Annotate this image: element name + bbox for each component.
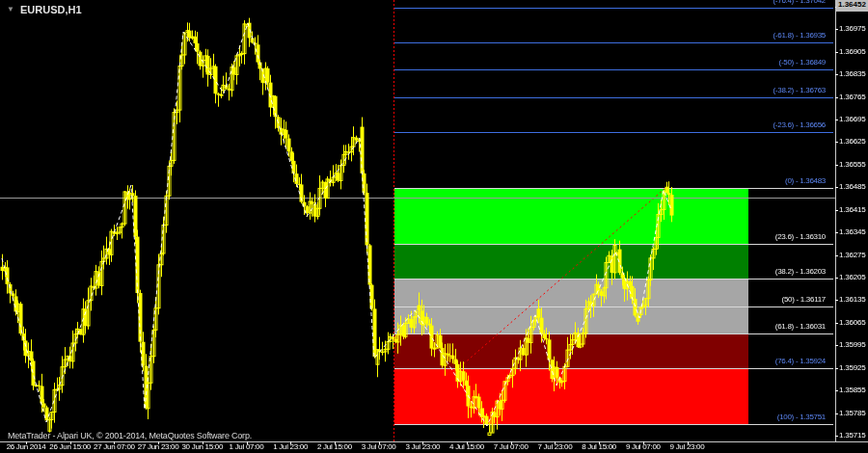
time-axis-label: 7 Jul 07:00 bbox=[494, 443, 529, 451]
time-axis-label: 30 Jun 15:00 bbox=[181, 443, 223, 451]
fib-level-label: (-76.4) - 1.37042 bbox=[773, 0, 827, 5]
time-axis-label: 9 Jul 23:00 bbox=[670, 443, 705, 451]
price-axis-label: 1.36695 bbox=[839, 116, 866, 123]
time-axis-label: 8 Jul 15:00 bbox=[582, 443, 616, 451]
price-axis-label: 1.35785 bbox=[839, 410, 866, 417]
price-axis-label: 1.36765 bbox=[839, 93, 866, 101]
price-axis-label: 1.36905 bbox=[839, 48, 866, 56]
price-axis-label: 1.36625 bbox=[839, 138, 866, 146]
price-chart-canvas[interactable] bbox=[0, 0, 868, 453]
fib-level-label: (100) - 1.35751 bbox=[777, 413, 826, 421]
price-axis-label: 1.35995 bbox=[839, 341, 866, 349]
mt4-chart-window: ▼ EURUSD,H1 MetaTrader - Alpari UK, © 20… bbox=[0, 0, 868, 453]
symbol-dropdown-icon: ▼ bbox=[7, 6, 14, 13]
time-axis-label: 4 Jul 15:00 bbox=[449, 443, 484, 451]
fib-level-label: (-23.6) - 1.36656 bbox=[773, 121, 827, 129]
price-axis-label: 1.35715 bbox=[839, 432, 866, 440]
time-axis-label: 26 Jun 2014 bbox=[7, 443, 46, 451]
price-axis-label: 1.36275 bbox=[839, 252, 866, 259]
price-axis-label: 1.36975 bbox=[839, 25, 866, 33]
fib-level-label: (61.8) - 1.36031 bbox=[775, 323, 826, 331]
price-axis-label: 1.36835 bbox=[839, 70, 866, 78]
time-axis-label: 3 Jul 07:00 bbox=[362, 443, 396, 451]
time-axis-label: 27 Jun 07:00 bbox=[94, 443, 135, 451]
fib-level-label: (50) - 1.36117 bbox=[782, 296, 826, 304]
fib-level-label: (-61.8) - 1.36935 bbox=[773, 32, 827, 40]
time-axis-label: 1 Jul 07:00 bbox=[230, 443, 264, 451]
price-axis-label: 1.36415 bbox=[839, 206, 866, 214]
price-axis-label: 1.36135 bbox=[839, 296, 866, 304]
fib-level-label: (0) - 1.36483 bbox=[785, 177, 826, 185]
fib-level-label: (-50) - 1.36849 bbox=[779, 59, 826, 67]
time-axis-label: 2 Jul 15:00 bbox=[317, 443, 352, 451]
price-axis-label: 1.36485 bbox=[839, 183, 866, 191]
fib-level-label: (76.4) - 1.35924 bbox=[775, 358, 826, 365]
time-axis-label: 27 Jun 23:00 bbox=[138, 443, 179, 451]
copyright-text: MetaTrader - Alpari UK, © 2001-2014, Met… bbox=[8, 432, 252, 440]
time-axis-label: 3 Jul 23:00 bbox=[405, 443, 440, 451]
time-axis-label: 1 Jul 23:00 bbox=[273, 443, 308, 451]
current-price-tag: 1.36452 bbox=[836, 0, 868, 12]
time-axis-label: 26 Jun 15:00 bbox=[49, 443, 91, 451]
symbol-timeframe-label: EURUSD,H1 bbox=[20, 5, 82, 15]
price-axis-label: 1.36555 bbox=[839, 161, 866, 169]
time-axis-label: 7 Jul 23:00 bbox=[537, 443, 572, 451]
fib-level-label: (38.2) - 1.36203 bbox=[775, 268, 826, 276]
time-axis-label: 9 Jul 07:00 bbox=[626, 443, 661, 451]
price-axis-label: 1.36065 bbox=[839, 319, 866, 327]
price-axis-label: 1.36205 bbox=[839, 274, 866, 281]
fib-level-label: (23.6) - 1.36310 bbox=[775, 233, 826, 241]
price-axis-label: 1.36345 bbox=[839, 228, 866, 236]
price-axis-label: 1.35925 bbox=[839, 364, 866, 372]
price-axis-label: 1.35855 bbox=[839, 386, 866, 394]
fib-level-label: (-38.2) - 1.36763 bbox=[773, 87, 827, 94]
